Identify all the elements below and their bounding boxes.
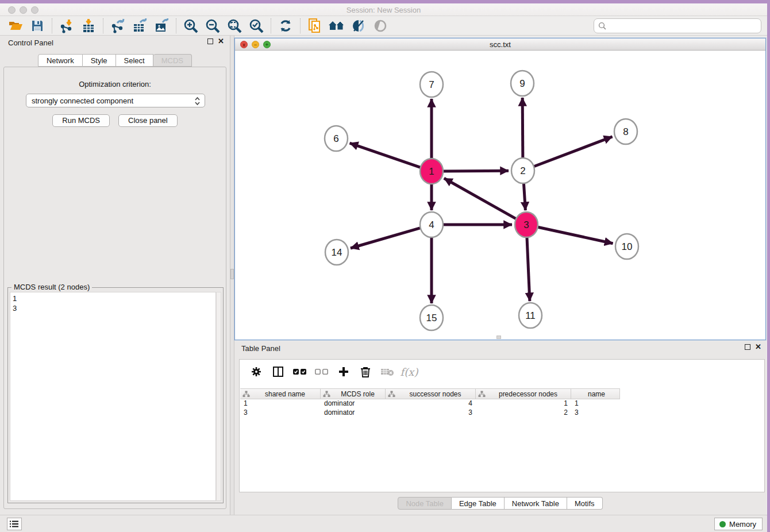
column-header-mcds-role[interactable]: MCDS role — [321, 388, 386, 399]
graph-node-9[interactable]: 9 — [511, 71, 534, 96]
new-network-from-selection-button[interactable] — [306, 18, 324, 34]
network-graph[interactable]: 7968124314101511 — [235, 51, 765, 340]
zoom-fit-button[interactable] — [226, 18, 243, 34]
close-panel-button[interactable]: Close panel — [118, 114, 178, 127]
network-search-field[interactable] — [594, 18, 761, 33]
panel-splitter[interactable] — [230, 36, 234, 515]
node-label: 4 — [429, 219, 434, 230]
run-mcds-button[interactable]: Run MCDS — [52, 114, 110, 127]
zoom-out-button[interactable] — [204, 18, 221, 34]
deselect-all-button[interactable] — [314, 365, 329, 379]
tab-motifs[interactable]: Motifs — [567, 497, 603, 510]
float-panel-icon[interactable] — [207, 38, 213, 44]
canvas-resize-grip[interactable] — [496, 336, 501, 339]
add-row-button[interactable] — [336, 365, 351, 379]
zoom-selected-button[interactable] — [248, 18, 265, 34]
cell-predecessor-nodes[interactable]: 2 — [476, 408, 571, 418]
table-row[interactable]: 1dominator411 — [240, 399, 764, 408]
toggle-bird-view-button[interactable] — [372, 18, 389, 34]
checked-boxes-icon — [293, 368, 307, 376]
edge-2-8[interactable] — [533, 137, 613, 167]
mcds-result-text[interactable]: 1 3 — [10, 292, 216, 501]
cell-shared-name[interactable]: 3 — [240, 408, 321, 418]
float-table-panel-icon[interactable] — [745, 344, 750, 350]
graph-node-11[interactable]: 11 — [519, 303, 542, 328]
search-input[interactable] — [609, 22, 761, 30]
graph-node-14[interactable]: 14 — [325, 240, 348, 265]
toolbar-separator — [103, 18, 103, 33]
import-table-button[interactable] — [80, 18, 97, 34]
cell-mcds-role[interactable]: dominator — [321, 408, 386, 418]
table-options-button[interactable] — [249, 365, 264, 379]
zoom-in-button[interactable] — [182, 18, 199, 34]
network-window-titlebar[interactable]: x − + scc.txt — [235, 38, 765, 51]
export-table-button[interactable] — [131, 18, 148, 34]
graph-node-4[interactable]: 4 — [420, 212, 443, 237]
edge-3-11[interactable] — [527, 236, 530, 301]
column-label: name — [573, 390, 619, 398]
save-session-button[interactable] — [29, 18, 46, 34]
cell-name[interactable]: 3 — [571, 408, 620, 418]
close-panel-icon[interactable]: ✕ — [218, 38, 224, 44]
tab-network-table[interactable]: Network Table — [505, 497, 567, 510]
graph-node-15[interactable]: 15 — [420, 305, 443, 330]
graph-node-7[interactable]: 7 — [420, 72, 443, 97]
cell-predecessor-nodes[interactable]: 1 — [476, 399, 571, 408]
delete-row-button[interactable] — [358, 365, 373, 379]
result-scrollbar[interactable] — [216, 292, 221, 501]
export-network-icon — [110, 18, 125, 33]
edge-3-1[interactable] — [444, 178, 517, 219]
edge-3-10[interactable] — [537, 227, 613, 244]
cell-name[interactable]: 1 — [571, 399, 620, 408]
apply-layout-button[interactable] — [277, 18, 294, 34]
column-header-predecessor-nodes[interactable]: predecessor nodes — [476, 388, 571, 399]
graph-node-1[interactable]: 1 — [420, 159, 443, 184]
table-row[interactable]: 3dominator323 — [240, 408, 764, 418]
edge-2-3[interactable] — [523, 182, 525, 210]
cell-successor-nodes[interactable]: 3 — [386, 408, 476, 418]
export-image-button[interactable] — [153, 18, 170, 34]
graph-node-3[interactable]: 3 — [515, 212, 538, 237]
edge-1-6[interactable] — [350, 143, 421, 168]
toolbar-separator — [271, 18, 271, 33]
delete-table-button[interactable] — [380, 365, 395, 379]
edge-1-2[interactable] — [442, 171, 509, 171]
graph-node-2[interactable]: 2 — [511, 158, 534, 183]
show-graphics-details-button[interactable] — [350, 18, 367, 34]
column-header-successor-nodes[interactable]: successor nodes — [386, 388, 476, 399]
cell-mcds-role[interactable]: dominator — [321, 399, 386, 408]
cell-shared-name[interactable]: 1 — [240, 399, 321, 408]
import-network-button[interactable] — [58, 18, 75, 34]
tab-network[interactable]: Network — [38, 54, 83, 67]
import-table-icon — [81, 18, 96, 33]
edge-2-9[interactable] — [522, 98, 523, 160]
task-history-button[interactable] — [7, 518, 22, 530]
tab-mcds[interactable]: MCDS — [153, 54, 192, 67]
close-table-panel-icon[interactable]: ✕ — [755, 344, 761, 350]
column-header-name[interactable]: name — [571, 388, 620, 399]
graph-node-8[interactable]: 8 — [614, 119, 637, 144]
control-panel-tabs: NetworkStyleSelectMCDS — [0, 54, 230, 67]
select-stepper-icon — [194, 96, 201, 108]
graph-node-6[interactable]: 6 — [325, 126, 348, 151]
first-neighbors-button[interactable] — [328, 18, 345, 34]
optimization-criterion-select[interactable]: strongly connected component — [26, 94, 205, 107]
memory-button[interactable]: Memory — [714, 518, 763, 530]
export-network-button[interactable] — [109, 18, 126, 34]
graph-node-10[interactable]: 10 — [615, 234, 638, 259]
splitter-grip[interactable] — [230, 269, 234, 279]
tab-edge-table[interactable]: Edge Table — [452, 497, 505, 510]
column-selector-button[interactable] — [271, 365, 286, 379]
cell-successor-nodes[interactable]: 4 — [386, 399, 476, 408]
network-view-window: x − + scc.txt 7968124314101511 — [234, 38, 766, 340]
edge-4-14[interactable] — [351, 228, 421, 248]
tab-style[interactable]: Style — [83, 54, 116, 67]
open-session-button[interactable] — [7, 18, 24, 34]
function-builder-button[interactable]: f(x) — [402, 365, 417, 379]
tab-node-table[interactable]: Node Table — [398, 497, 452, 510]
select-all-button[interactable] — [292, 365, 307, 379]
column-header-shared-name[interactable]: shared name — [240, 388, 321, 399]
tab-select[interactable]: Select — [116, 54, 153, 67]
node-table-container: f(x) shared nameMCDS rolesuccessor nodes… — [239, 359, 765, 492]
network-canvas[interactable]: 7968124314101511 — [235, 51, 765, 340]
